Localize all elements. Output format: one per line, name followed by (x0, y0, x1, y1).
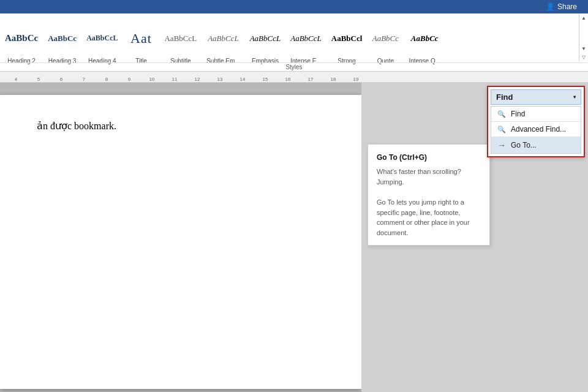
document-page: ản được bookmark. (0, 95, 361, 389)
ribbon: AaBbCcHeading 2AaBbCcHeading 3AaBbCcLHea… (0, 13, 588, 72)
person-icon: 👤 (546, 2, 555, 11)
ruler-mark: 4 (9, 77, 23, 82)
share-button[interactable]: 👤 Share (541, 1, 582, 12)
goto-tooltip-desc1: What's faster than scrolling? Jumping. (377, 167, 481, 187)
style-item-subtitle[interactable]: AaBbCcLSubtitle (159, 20, 202, 66)
body-text: ản được bookmark. (37, 121, 116, 131)
ribbon-scrollbar: ▲ ▼ ▽ (579, 13, 588, 61)
find-toolbar: Find ▾ 🔍 Find 🔍 Advanced Find... → Go To… (487, 86, 585, 157)
find-button[interactable]: Find ▾ (491, 89, 581, 105)
find-menu-item-goto[interactable]: → Go To... (491, 137, 581, 153)
find-menu-label-goto: Go To... (511, 141, 537, 149)
styles-row: AaBbCcHeading 2AaBbCcHeading 3AaBbCcLHea… (0, 13, 588, 69)
style-item-quote[interactable]: AaBbCcQuote (367, 20, 404, 66)
style-preview-heading4: AaBbCcL (86, 21, 118, 56)
style-item-intensequote[interactable]: AaBbCcIntense Q... (404, 20, 445, 66)
document-body: ản được bookmark. (37, 119, 325, 133)
ruler-mark: 14 (236, 77, 249, 82)
ruler-mark: 12 (190, 77, 204, 82)
ruler-mark: 10 (145, 77, 159, 82)
ruler-mark: 5 (32, 77, 45, 82)
style-preview-intensee: AaBbCcL (290, 21, 322, 56)
ruler-mark: 9 (123, 77, 136, 82)
style-preview-emphasis: AaBbCcL (250, 21, 281, 56)
top-bar: 👤 Share (0, 0, 588, 13)
style-item-heading4[interactable]: AaBbCcLHeading 4 (81, 20, 123, 66)
ruler-mark: 16 (281, 77, 295, 82)
ruler-mark: 17 (304, 77, 317, 82)
find-menu-label-advanced: Advanced Find... (511, 125, 566, 134)
style-item-intensee[interactable]: AaBbCcLIntense E... (285, 20, 326, 66)
ruler-mark: 8 (100, 77, 113, 82)
style-preview-quote: AaBbCc (372, 21, 399, 56)
scroll-down-arrow[interactable]: ▼ (579, 44, 588, 53)
style-preview-heading2: AaBbCc (5, 21, 38, 56)
ruler-mark: 6 (55, 77, 68, 82)
find-menu: 🔍 Find 🔍 Advanced Find... → Go To... (491, 106, 581, 154)
ruler-mark: 15 (258, 77, 272, 82)
share-label: Share (557, 2, 577, 11)
style-preview-subtitle: AaBbCcL (164, 21, 197, 56)
ruler-numbers: 4 5 6 7 8 9 10 11 12 13 14 15 16 17 18 1… (0, 72, 363, 82)
ruler-mark: 18 (326, 77, 340, 82)
search-icon: 🔍 (497, 110, 506, 118)
style-preview-intensequote: AaBbCc (411, 21, 439, 56)
find-menu-item-advanced[interactable]: 🔍 Advanced Find... (491, 122, 581, 137)
chevron-down-icon: ▾ (573, 94, 576, 100)
style-item-emphasis[interactable]: AaBbCcLEmphasis (245, 20, 286, 66)
ruler-mark: 11 (168, 77, 181, 82)
goto-tooltip: Go To (Ctrl+G) What's faster than scroll… (368, 144, 490, 246)
find-menu-item-find[interactable]: 🔍 Find (491, 107, 581, 121)
style-preview-strong: AaBbCcl (331, 21, 363, 56)
style-item-heading3[interactable]: AaBbCcHeading 3 (43, 20, 81, 66)
style-preview-subtleem: AaBbCcL (208, 21, 239, 56)
search-icon-advanced: 🔍 (497, 126, 506, 134)
ruler-mark: 19 (349, 77, 363, 82)
right-panel: Find ▾ 🔍 Find 🔍 Advanced Find... → Go To… (361, 83, 588, 392)
find-menu-label-find: Find (511, 110, 525, 118)
style-item-strong[interactable]: AaBbCclStrong (326, 20, 368, 66)
style-preview-heading3: AaBbCc (48, 21, 77, 56)
find-label: Find (496, 92, 513, 102)
ruler-mark: 13 (213, 77, 227, 82)
style-preview-title: Aat (130, 21, 152, 56)
ruler: 4 5 6 7 8 9 10 11 12 13 14 15 16 17 18 1… (0, 72, 588, 83)
ruler-mark: 7 (77, 77, 91, 82)
style-item-title[interactable]: AatTitle (123, 20, 159, 66)
style-item-heading2[interactable]: AaBbCcHeading 2 (0, 20, 43, 66)
goto-tooltip-title: Go To (Ctrl+G) (377, 152, 481, 163)
scroll-up-arrow[interactable]: ▲ (579, 13, 588, 22)
styles-group-label: Styles (0, 62, 588, 71)
arrow-right-icon: → (497, 140, 506, 150)
goto-tooltip-desc2: Go To lets you jump right to a specific … (377, 197, 481, 238)
main-area: ản được bookmark. Find ▾ 🔍 Find 🔍 Advanc… (0, 83, 588, 392)
scroll-expand-arrow[interactable]: ▽ (579, 53, 588, 61)
document-area: ản được bookmark. (0, 83, 361, 392)
style-item-subtleem[interactable]: AaBbCcLSubtle Em... (202, 20, 244, 66)
